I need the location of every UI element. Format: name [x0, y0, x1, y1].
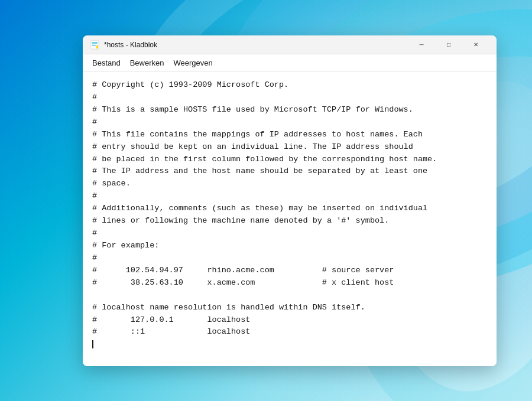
- text-editor-content[interactable]: # Copyright (c) 1993-2009 Microsoft Corp…: [83, 72, 497, 366]
- minimize-button[interactable]: ─: [408, 35, 435, 54]
- hosts-file-text: # Copyright (c) 1993-2009 Microsoft Corp…: [92, 79, 487, 351]
- title-bar: *hosts - Kladblok ─ □ ✕: [83, 35, 497, 54]
- menu-bewerken[interactable]: Bewerken: [125, 56, 169, 70]
- close-button[interactable]: ✕: [462, 35, 489, 54]
- menu-weergeven[interactable]: Weergeven: [169, 56, 218, 70]
- maximize-button[interactable]: □: [435, 35, 462, 54]
- svg-rect-7: [92, 43, 98, 44]
- menu-bestand[interactable]: Bestand: [87, 56, 125, 70]
- window-controls: ─ □ ✕: [408, 35, 489, 54]
- window-title: *hosts - Kladblok: [104, 41, 408, 49]
- menu-bar: Bestand Bewerken Weergeven: [83, 54, 497, 72]
- text-cursor: [92, 340, 93, 348]
- svg-rect-6: [92, 42, 98, 43]
- notepad-icon: [90, 40, 99, 50]
- svg-rect-8: [92, 45, 96, 45]
- notepad-window: *hosts - Kladblok ─ □ ✕ Bestand Bewerken…: [83, 35, 497, 366]
